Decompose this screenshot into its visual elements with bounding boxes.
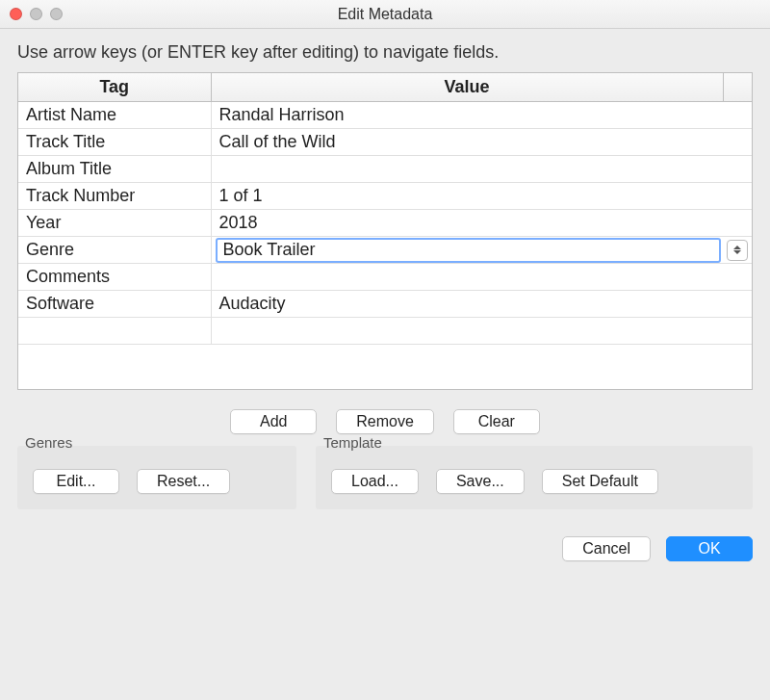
table-row: Year2018 [18,210,752,237]
template-load-button[interactable]: Load... [331,469,419,494]
table-row: Artist NameRandal Harrison [18,102,752,129]
value-cell[interactable]: 2018 [211,210,752,237]
instruction-text: Use arrow keys (or ENTER key after editi… [17,42,753,63]
value-cell[interactable]: Randal Harrison [211,102,752,129]
table-row: SoftwareAudacity [18,291,752,318]
tag-cell[interactable]: Software [18,291,211,318]
tag-cell[interactable]: Album Title [18,156,211,183]
dialog-content: Use arrow keys (or ENTER key after editi… [0,29,770,577]
window-controls [10,8,63,20]
genres-reset-button[interactable]: Reset... [137,469,230,494]
genres-group: Genres Edit... Reset... [17,446,296,509]
template-save-button[interactable]: Save... [436,469,525,494]
cancel-button[interactable]: Cancel [562,536,651,561]
remove-button[interactable]: Remove [336,409,434,434]
value-cell[interactable]: Audacity [211,291,752,318]
template-group-label: Template [321,434,384,451]
tag-cell[interactable]: Track Number [18,183,211,210]
minimize-window-icon [30,8,42,20]
value-cell[interactable] [211,264,752,291]
table-row: Album Title [18,156,752,183]
tag-cell[interactable]: Year [18,210,211,237]
tag-cell[interactable]: Genre [18,237,211,264]
tag-cell[interactable]: Artist Name [18,102,211,129]
genres-edit-button[interactable]: Edit... [33,469,119,494]
chevron-up-icon [733,246,741,249]
header-value[interactable]: Value [211,73,723,102]
dialog-footer: Cancel OK [17,536,753,561]
template-set-default-button[interactable]: Set Default [542,469,658,494]
table-row: GenreBook Trailer [18,237,752,264]
template-group: Template Load... Save... Set Default [316,446,753,509]
value-cell[interactable] [211,318,752,345]
genre-input[interactable]: Book Trailer [216,238,722,263]
ok-button[interactable]: OK [666,536,753,561]
value-cell[interactable]: 1 of 1 [211,183,752,210]
value-cell[interactable]: Call of the Wild [211,129,752,156]
genre-dropdown-stepper[interactable] [727,240,748,261]
tag-cell[interactable] [18,318,211,345]
clear-button[interactable]: Clear [453,409,540,434]
window-title: Edit Metadata [0,6,770,23]
group-row: Genres Edit... Reset... Template Load...… [17,446,753,509]
table-row: Comments [18,264,752,291]
header-extra [723,73,752,102]
table-row: Track Number1 of 1 [18,183,752,210]
metadata-table: Tag Value Artist NameRandal HarrisonTrac… [17,72,753,390]
chevron-down-icon [733,250,741,254]
titlebar: Edit Metadata [0,0,770,29]
header-tag[interactable]: Tag [18,73,211,102]
genres-group-label: Genres [23,434,74,451]
close-window-icon[interactable] [10,8,22,20]
value-cell[interactable] [211,156,752,183]
value-cell[interactable]: Book Trailer [211,237,752,264]
add-button[interactable]: Add [230,409,317,434]
tag-cell[interactable]: Track Title [18,129,211,156]
row-action-buttons: Add Remove Clear [17,409,753,434]
table-row: Track TitleCall of the Wild [18,129,752,156]
tag-cell[interactable]: Comments [18,264,211,291]
zoom-window-icon [50,8,63,20]
table-row [18,318,752,345]
